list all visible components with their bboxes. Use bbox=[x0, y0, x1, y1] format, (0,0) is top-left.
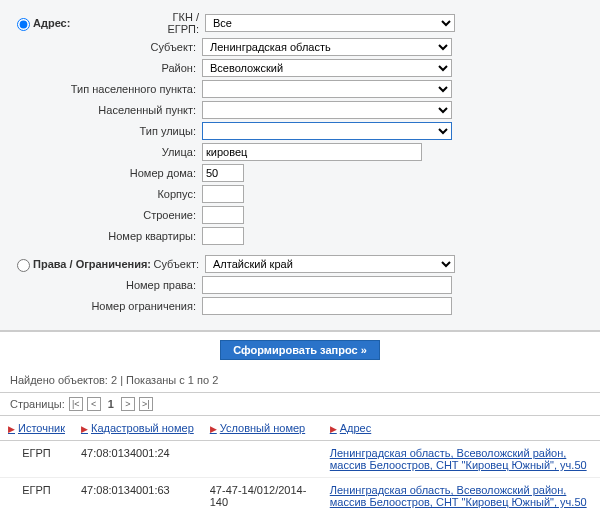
pager-prev-icon[interactable]: < bbox=[87, 397, 101, 411]
input-house[interactable] bbox=[202, 164, 244, 182]
label-corpus: Корпус: bbox=[12, 188, 202, 200]
label-gkn-egrp: ГКН / ЕГРП: bbox=[153, 11, 205, 35]
submit-row: Сформировать запрос » bbox=[0, 331, 600, 368]
input-corpus[interactable] bbox=[202, 185, 244, 203]
select-rights-subject[interactable]: Алтайский край bbox=[205, 255, 455, 273]
select-subject[interactable]: Ленинградская область bbox=[202, 38, 452, 56]
input-building[interactable] bbox=[202, 206, 244, 224]
table-row: ЕГРП 47:08:0134001:63 47-47-14/012/2014-… bbox=[0, 478, 600, 511]
sort-arrow-icon: ▶ bbox=[210, 424, 217, 434]
radio-address[interactable] bbox=[17, 18, 30, 31]
label-building: Строение: bbox=[12, 209, 202, 221]
col-cadastral[interactable]: ▶Кадастровый номер bbox=[73, 416, 202, 441]
pager-top: Страницы: |< < 1 > >| bbox=[0, 393, 600, 416]
table-row: ЕГРП 47:08:0134001:24 Ленинградская обла… bbox=[0, 441, 600, 478]
select-street-type[interactable] bbox=[202, 122, 452, 140]
pager-next-icon[interactable]: > bbox=[121, 397, 135, 411]
results-table: ▶Источник ▶Кадастровый номер ▶Условный н… bbox=[0, 416, 600, 510]
cell-cadastral: 47:08:0134001:24 bbox=[73, 441, 202, 478]
sort-arrow-icon: ▶ bbox=[8, 424, 15, 434]
label-district: Район: bbox=[12, 62, 202, 74]
pager-label: Страницы: bbox=[10, 398, 65, 410]
col-conditional[interactable]: ▶Условный номер bbox=[202, 416, 322, 441]
results-summary: Найдено объектов: 2 | Показаны с 1 по 2 bbox=[0, 368, 600, 393]
select-gkn-egrp[interactable]: Все bbox=[205, 14, 455, 32]
cell-conditional bbox=[202, 441, 322, 478]
label-settlement-type: Тип населенного пункта: bbox=[12, 83, 202, 95]
select-settlement[interactable] bbox=[202, 101, 452, 119]
cell-conditional: 47-47-14/012/2014-140 bbox=[202, 478, 322, 511]
select-district[interactable]: Всеволожский bbox=[202, 59, 452, 77]
input-right-no[interactable] bbox=[202, 276, 452, 294]
label-rights-subject: Субъект: bbox=[153, 258, 205, 270]
label-house: Номер дома: bbox=[12, 167, 202, 179]
input-street[interactable] bbox=[202, 143, 422, 161]
input-flat[interactable] bbox=[202, 227, 244, 245]
cell-source: ЕГРП bbox=[0, 441, 73, 478]
section-rights-title: Права / Ограничения: bbox=[33, 258, 153, 270]
cell-address: Ленинградская область, Всеволожский райо… bbox=[322, 478, 600, 511]
cell-cadastral: 47:08:0134001:63 bbox=[73, 478, 202, 511]
search-form: Адрес: ГКН / ЕГРП: Все Субъект: Ленингра… bbox=[0, 0, 600, 331]
cell-address: Ленинградская область, Всеволожский райо… bbox=[322, 441, 600, 478]
sort-arrow-icon: ▶ bbox=[330, 424, 337, 434]
section-address-title: Адрес: bbox=[33, 17, 153, 29]
select-settlement-type[interactable] bbox=[202, 80, 452, 98]
label-street-type: Тип улицы: bbox=[12, 125, 202, 137]
pager-current: 1 bbox=[105, 398, 117, 410]
label-right-no: Номер права: bbox=[12, 279, 202, 291]
address-link[interactable]: Ленинградская область, Всеволожский райо… bbox=[330, 447, 587, 471]
label-restriction-no: Номер ограничения: bbox=[12, 300, 202, 312]
pager-last-icon[interactable]: >| bbox=[139, 397, 153, 411]
address-link[interactable]: Ленинградская область, Всеволожский райо… bbox=[330, 484, 587, 508]
cell-source: ЕГРП bbox=[0, 478, 73, 511]
label-street: Улица: bbox=[12, 146, 202, 158]
label-flat: Номер квартиры: bbox=[12, 230, 202, 242]
radio-rights[interactable] bbox=[17, 259, 30, 272]
sort-arrow-icon: ▶ bbox=[81, 424, 88, 434]
label-subject: Субъект: bbox=[12, 41, 202, 53]
label-settlement: Населенный пункт: bbox=[12, 104, 202, 116]
input-restriction-no[interactable] bbox=[202, 297, 452, 315]
submit-button[interactable]: Сформировать запрос » bbox=[220, 340, 380, 360]
col-address[interactable]: ▶Адрес bbox=[322, 416, 600, 441]
pager-first-icon[interactable]: |< bbox=[69, 397, 83, 411]
col-source[interactable]: ▶Источник bbox=[0, 416, 73, 441]
